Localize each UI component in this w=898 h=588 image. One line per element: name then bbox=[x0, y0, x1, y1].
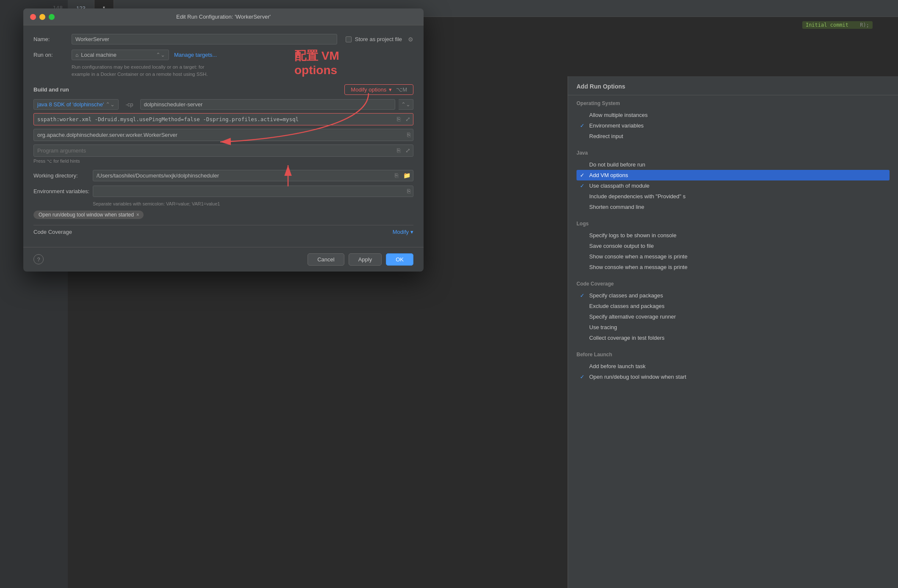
modify-options-button[interactable]: Modify options ▾ ⌥M bbox=[344, 84, 413, 95]
name-row: Name: Store as project file ⚙ bbox=[33, 34, 413, 44]
option-coverage-test-folders[interactable]: Collect coverage in test folders bbox=[576, 333, 890, 343]
press-hint: Press ⌥ for field hints bbox=[33, 158, 413, 164]
footer-buttons: Cancel Apply OK bbox=[308, 253, 413, 266]
option-specify-classes[interactable]: ✓ Specify classes and packages bbox=[576, 290, 890, 301]
option-add-before-launch[interactable]: Add before launch task bbox=[576, 361, 890, 372]
help-button[interactable]: ? bbox=[33, 254, 44, 264]
modify-coverage-link[interactable]: Modify ▾ bbox=[393, 229, 413, 235]
env-vars-row: Environment variables: ⎘ bbox=[33, 186, 413, 197]
working-dir-row: Working directory: ⎘ 📁 bbox=[33, 170, 413, 181]
ok-button[interactable]: OK bbox=[386, 253, 413, 266]
code-coverage-row: Code Coverage Modify ▾ bbox=[33, 225, 413, 239]
env-hint: Separate variables with semicolon: VAR=v… bbox=[93, 201, 413, 206]
open-debug-chip: Open run/debug tool window when started … bbox=[33, 211, 144, 219]
option-classpath-module[interactable]: ✓ Use classpath of module bbox=[576, 180, 890, 191]
main-class-row: ⎘ bbox=[33, 129, 413, 141]
run-on-selector[interactable]: ⌂ Local machine ⌃⌄ bbox=[72, 50, 169, 60]
build-run-title: Build and run bbox=[33, 86, 69, 93]
expand-args-icon[interactable]: ⤢ bbox=[403, 145, 413, 155]
sdk-selector[interactable]: java 8 SDK of 'dolphinsche' ⌃⌄ bbox=[33, 99, 119, 110]
java-section-title: Java bbox=[576, 150, 890, 156]
manage-targets-link[interactable]: Manage targets... bbox=[174, 52, 217, 58]
expand-icon[interactable]: ⤢ bbox=[403, 114, 413, 124]
vm-options-row: ⎘ ⤢ bbox=[33, 113, 413, 125]
copy-env-icon[interactable]: ⎘ bbox=[405, 186, 413, 196]
options-section-coverage: Code Coverage ✓ Specify classes and pack… bbox=[568, 276, 898, 347]
program-args-input[interactable] bbox=[34, 145, 394, 156]
option-shorten-cmdline[interactable]: Shorten command line bbox=[576, 202, 890, 212]
cancel-button[interactable]: Cancel bbox=[308, 253, 344, 266]
close-button[interactable] bbox=[30, 14, 36, 20]
sdk-chevron-icon: ⌃⌄ bbox=[105, 101, 115, 108]
vm-options-input[interactable] bbox=[34, 114, 394, 125]
copy-dir-icon[interactable]: ⎘ bbox=[392, 170, 401, 180]
options-section-logs: Logs Specify logs to be shown in console… bbox=[568, 216, 898, 276]
vm-options-wrapper: ⎘ ⤢ bbox=[33, 113, 413, 125]
classpath-chevron-icon[interactable]: ⌃⌄ bbox=[399, 99, 413, 110]
sdk-row: java 8 SDK of 'dolphinsche' ⌃⌄ -cp ⌃⌄ bbox=[33, 99, 413, 110]
section-header: Build and run Modify options ▾ ⌥M bbox=[33, 84, 413, 95]
option-save-console[interactable]: Save console output to file bbox=[576, 241, 890, 251]
option-allow-multiple[interactable]: Allow multiple instances bbox=[576, 110, 890, 120]
option-open-debug-window[interactable]: ✓ Open run/debug tool window when start bbox=[576, 372, 890, 382]
dialog-footer: ? Cancel Apply OK bbox=[23, 247, 424, 272]
before-launch-title: Before Launch bbox=[576, 352, 890, 358]
option-env-variables[interactable]: ✓ Environment variables bbox=[576, 120, 890, 131]
main-class-input[interactable] bbox=[34, 129, 405, 141]
store-label: Store as project file bbox=[355, 36, 402, 42]
env-vars-input[interactable] bbox=[93, 186, 405, 197]
store-project-checkbox[interactable] bbox=[346, 36, 352, 42]
chevron-icon: ▾ bbox=[389, 86, 392, 93]
name-input[interactable] bbox=[72, 34, 337, 44]
option-show-console-1[interactable]: Show console when a message is printe bbox=[576, 251, 890, 262]
options-section-java: Java Do not build before run ✓ Add VM op… bbox=[568, 145, 898, 216]
working-dir-input[interactable] bbox=[93, 170, 392, 181]
env-vars-label: Environment variables: bbox=[33, 188, 93, 194]
option-show-console-2[interactable]: Show console when a message is printe bbox=[576, 262, 890, 272]
logs-section-title: Logs bbox=[576, 221, 890, 227]
option-exclude-classes[interactable]: Exclude classes and packages bbox=[576, 301, 890, 311]
working-dir-label: Working directory: bbox=[33, 172, 93, 179]
copy-icon[interactable]: ⎘ bbox=[394, 114, 403, 124]
run-on-value: Local machine bbox=[81, 52, 116, 58]
minimize-button[interactable] bbox=[39, 14, 45, 20]
env-vars-wrapper: ⎘ bbox=[93, 186, 413, 197]
dialog-titlebar: Edit Run Configuration: 'WorkerServer' bbox=[23, 8, 424, 25]
sdk-value: java 8 SDK of 'dolphinsche' bbox=[37, 101, 104, 108]
chip-close-icon[interactable]: × bbox=[136, 212, 139, 218]
option-specify-logs[interactable]: Specify logs to be shown in console bbox=[576, 230, 890, 241]
chip-label: Open run/debug tool window when started bbox=[39, 212, 134, 218]
options-section-before-launch: Before Launch Add before launch task ✓ O… bbox=[568, 347, 898, 386]
maximize-button[interactable] bbox=[49, 14, 55, 20]
modify-chevron-icon: ▾ bbox=[410, 229, 413, 235]
run-hint: Run configurations may be executed local… bbox=[72, 64, 413, 78]
window-controls bbox=[30, 14, 55, 20]
option-include-deps[interactable]: Include dependencies with "Provided" s bbox=[576, 191, 890, 202]
right-panel: Add Run Options Operating System Allow m… bbox=[568, 76, 898, 588]
name-label: Name: bbox=[33, 36, 72, 42]
copy-args-icon[interactable]: ⎘ bbox=[394, 145, 403, 155]
option-alt-coverage-runner[interactable]: Specify alternative coverage runner bbox=[576, 311, 890, 322]
gear-icon[interactable]: ⚙ bbox=[408, 36, 413, 43]
option-use-tracing[interactable]: Use tracing bbox=[576, 322, 890, 333]
code-coverage-label: Code Coverage bbox=[33, 229, 72, 235]
copy-main-class-icon[interactable]: ⎘ bbox=[405, 130, 413, 140]
store-project-row: Store as project file ⚙ bbox=[346, 36, 413, 43]
classpath-input[interactable] bbox=[140, 99, 395, 110]
home-icon: ⌂ bbox=[75, 52, 78, 58]
edit-run-config-dialog: Edit Run Configuration: 'WorkerServer' N… bbox=[23, 8, 424, 272]
option-redirect-input[interactable]: Redirect input bbox=[576, 131, 890, 141]
run-on-row: Run on: ⌂ Local machine ⌃⌄ Manage target… bbox=[33, 50, 413, 60]
coverage-section-title: Code Coverage bbox=[576, 281, 890, 287]
right-panel-title: Add Run Options bbox=[568, 76, 898, 95]
option-no-build[interactable]: Do not build before run bbox=[576, 159, 890, 170]
apply-button[interactable]: Apply bbox=[349, 253, 382, 266]
option-add-vm[interactable]: ✓ Add VM options bbox=[576, 170, 890, 180]
os-section-title: Operating System bbox=[576, 100, 890, 106]
folder-icon[interactable]: 📁 bbox=[401, 170, 413, 180]
program-args-row: ⎘ ⤢ bbox=[33, 144, 413, 157]
dialog-title: Edit Run Configuration: 'WorkerServer' bbox=[176, 14, 271, 20]
options-section-os: Operating System Allow multiple instance… bbox=[568, 95, 898, 145]
run-on-label: Run on: bbox=[33, 52, 72, 58]
chevron-down-icon: ⌃⌄ bbox=[156, 52, 165, 58]
